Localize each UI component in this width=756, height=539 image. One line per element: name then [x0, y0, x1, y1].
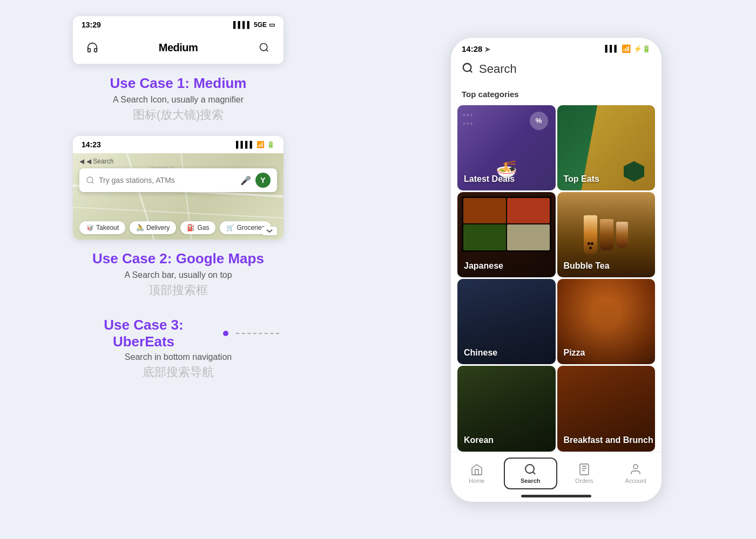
usecase2-title: Use Case 2: Google Maps — [92, 250, 264, 267]
ubereats-status-icons: ▌▌▌ 📶 ⚡🔋 — [605, 44, 651, 53]
category-card-japanese[interactable]: Japanese — [457, 192, 556, 277]
search-nav-icon — [524, 463, 537, 476]
ubereats-search-bar[interactable]: Search — [451, 58, 662, 85]
chinese-label: Chinese — [464, 348, 497, 358]
pizza-label: Pizza — [564, 348, 585, 358]
top-categories-label: Top categories — [451, 85, 662, 105]
nav-search-label: Search — [521, 477, 541, 484]
boba-cup-2 — [600, 219, 613, 250]
categories-content: % • • •• • • 🍜 Latest Deals Top Eats — [451, 105, 662, 452]
usecase2-subtitle: A Search bar, usually on top — [124, 270, 232, 280]
breakfast-brunch-label: Breakfast and Brunch — [564, 435, 653, 445]
chip-delivery[interactable]: 🚴Delivery — [130, 221, 176, 234]
orders-icon — [578, 463, 591, 476]
dashed-connector-line — [236, 333, 279, 334]
latest-deals-label: Latest Deals — [464, 174, 515, 184]
top-eats-label: Top Eats — [564, 174, 599, 184]
percent-badge: % — [530, 112, 548, 130]
category-card-bubble-tea[interactable]: Bubble Tea — [557, 192, 656, 277]
svg-point-10 — [633, 465, 638, 469]
network-badge: 5GE — [254, 21, 267, 29]
battery-icon: ▭ — [269, 21, 275, 29]
maps-search-icon — [86, 176, 94, 185]
bento-cell-2 — [507, 198, 550, 223]
ubereats-status-bar: 14:28➤ ▌▌▌ 📶 ⚡🔋 — [451, 38, 662, 58]
category-card-korean[interactable]: Korean — [457, 366, 556, 451]
phone-medium-mockup: 13:29 ▌▌▌▌ 5GE ▭ Medium — [73, 16, 284, 64]
medium-search-icon[interactable] — [255, 39, 273, 56]
mic-icon[interactable]: 🎤 — [240, 175, 251, 186]
categories-grid: % • • •• • • 🍜 Latest Deals Top Eats — [451, 105, 662, 452]
medium-status-bar: 13:29 ▌▌▌▌ 5GE ▭ — [73, 16, 284, 33]
svg-point-0 — [260, 44, 267, 51]
nav-item-account[interactable]: Account — [610, 459, 662, 488]
maps-back-button[interactable]: ◀ ◀ Search — [79, 158, 113, 165]
usecase1-chinese: 图标(放大镜)搜索 — [133, 107, 224, 123]
right-panel: 14:28➤ ▌▌▌ 📶 ⚡🔋 Search Top categories — [356, 0, 756, 539]
svg-rect-9 — [580, 464, 589, 475]
medium-nav-bar: Medium — [73, 33, 284, 64]
category-card-top-eats[interactable]: Top Eats — [557, 105, 656, 190]
account-icon — [629, 463, 642, 476]
phone-maps-mockup: 14:23 ▌▌▌▌ 📶 🔋 Chromite Dr ◀ ◀ Search — [73, 136, 284, 240]
maps-signal-icon: ▌▌▌▌ — [236, 141, 254, 148]
map-background: Chromite Dr ◀ ◀ Search 🎤 Y — [73, 153, 284, 240]
phone-ubereats-mockup: 14:28➤ ▌▌▌ 📶 ⚡🔋 Search Top categories — [451, 38, 662, 502]
nav-home-label: Home — [469, 477, 484, 484]
bubble-tea-label: Bubble Tea — [564, 261, 610, 271]
ubereats-battery-icon: ⚡🔋 — [633, 45, 651, 53]
svg-point-8 — [525, 465, 534, 473]
ubereats-search-icon — [462, 62, 474, 77]
maps-search-bar[interactable]: 🎤 Y — [79, 168, 277, 192]
maps-battery-icon: 🔋 — [267, 141, 275, 148]
maps-chips-row: 🥡Takeout 🚴Delivery ⛽Gas 🛒Groceries — [79, 221, 271, 234]
hexagon-badge — [624, 161, 644, 182]
left-panel: 13:29 ▌▌▌▌ 5GE ▭ Medium Use Case 1: Me — [0, 0, 356, 539]
ubereats-search-label: Search — [479, 62, 517, 76]
svg-point-7 — [463, 63, 471, 71]
home-indicator-bar — [521, 495, 591, 497]
category-card-pizza[interactable]: Pizza — [557, 279, 656, 364]
nav-item-search[interactable]: Search — [504, 458, 558, 489]
category-card-chinese[interactable]: Chinese — [457, 279, 556, 364]
ubereats-wifi-icon: 📶 — [622, 44, 631, 53]
dashed-line-dot — [223, 331, 228, 336]
maps-search-input[interactable] — [99, 176, 236, 185]
korean-label: Korean — [464, 435, 494, 445]
headphone-icon[interactable] — [84, 39, 101, 56]
usecase2-chinese: 顶部搜索框 — [148, 282, 208, 298]
bento-cell-4 — [507, 224, 550, 250]
usecase3-chinese: 底部搜索导航 — [73, 364, 284, 380]
nav-account-label: Account — [625, 477, 646, 484]
nav-item-home[interactable]: Home — [451, 459, 503, 488]
bento-cell-3 — [463, 224, 506, 250]
nav-orders-label: Orders — [575, 477, 593, 484]
user-avatar[interactable]: Y — [255, 173, 271, 188]
usecase1-title: Use Case 1: Medium — [110, 75, 247, 92]
maps-content-area: Chromite Dr ◀ ◀ Search 🎤 Y — [73, 153, 284, 240]
ubereats-signal-icon: ▌▌▌ — [605, 45, 619, 52]
usecase3-title: Use Case 3: UberEats — [73, 317, 214, 350]
svg-line-4 — [73, 207, 284, 218]
home-icon — [470, 463, 483, 476]
boba-cup-1 — [584, 215, 597, 254]
boba-pearls — [586, 242, 595, 251]
usecase3-subtitle: Search in bottom navigation — [73, 352, 284, 362]
maps-time: 14:23 — [82, 140, 101, 149]
nav-item-orders[interactable]: Orders — [558, 459, 610, 488]
chip-gas[interactable]: ⛽Gas — [180, 221, 215, 234]
bottom-navigation: Home Search Orders Accoun — [451, 452, 662, 495]
usecase1-subtitle: A Search Icon, usually a magnifier — [113, 95, 244, 105]
dots-decoration: • • •• • • — [463, 111, 472, 128]
chip-takeout[interactable]: 🥡Takeout — [79, 221, 125, 234]
medium-status-icons: ▌▌▌▌ 5GE ▭ — [233, 21, 275, 29]
category-card-latest-deals[interactable]: % • • •• • • 🍜 Latest Deals — [457, 105, 556, 190]
bento-box — [462, 196, 551, 252]
category-card-breakfast-brunch[interactable]: Breakfast and Brunch — [557, 366, 656, 451]
maps-status-icons: ▌▌▌▌ 📶 🔋 — [236, 141, 275, 148]
japanese-label: Japanese — [464, 261, 503, 271]
signal-icon: ▌▌▌▌ — [233, 21, 252, 29]
maps-collapse-button[interactable] — [262, 227, 277, 235]
maps-back-label: ◀ Search — [86, 158, 113, 165]
svg-point-6 — [87, 177, 93, 183]
